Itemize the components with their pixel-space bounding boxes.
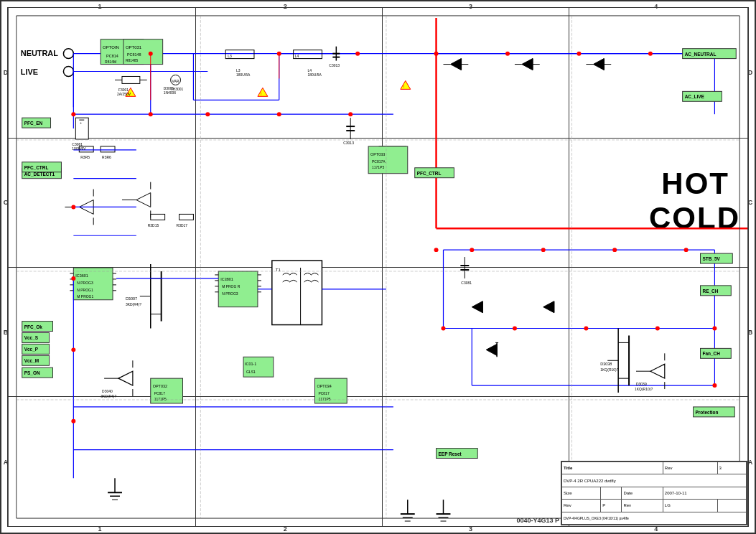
node-15 <box>442 327 446 331</box>
fuse-1 <box>122 76 140 83</box>
svg-point-125 <box>71 419 75 423</box>
svg-point-120 <box>277 112 281 116</box>
svg-text:D3038: D3038 <box>600 362 612 366</box>
svg-text:OPT034: OPT034 <box>317 384 331 388</box>
svg-text:PC8148: PC8148 <box>127 52 141 57</box>
live-text: LIVE <box>21 67 38 76</box>
warning-2 <box>258 88 268 96</box>
svg-text:D3007: D3007 <box>126 296 137 301</box>
svg-text:OPT032: OPT032 <box>153 384 167 388</box>
svg-text:OPT033: OPT033 <box>370 152 385 156</box>
svg-point-124 <box>71 347 75 352</box>
svg-text:180U/5A: 180U/5A <box>308 73 322 77</box>
svg-text:1171P5: 1171P5 <box>318 398 330 401</box>
svg-text:M PROG1: M PROG1 <box>77 295 93 299</box>
zener-1 <box>486 344 497 355</box>
svg-text:PFC_CTRL: PFC_CTRL <box>24 165 49 170</box>
svg-text:Vcc_S: Vcc_S <box>24 335 39 340</box>
node-11 <box>470 248 474 252</box>
svg-text:R3D15: R3D15 <box>148 224 159 228</box>
svg-text:1KQ(R10)?: 1KQ(R10)? <box>600 368 618 372</box>
svg-text:OPT031: OPT031 <box>126 45 142 50</box>
svg-point-127 <box>712 383 717 388</box>
svg-text:N PROG1: N PROG1 <box>77 289 93 292</box>
node-18 <box>655 327 660 331</box>
node-13 <box>612 248 617 252</box>
tb-rev-label: Rev <box>663 462 717 474</box>
svg-point-122 <box>71 205 75 209</box>
svg-text:Protection: Protection <box>696 410 719 415</box>
svg-text:L3: L3 <box>236 69 241 72</box>
svg-text:1KQ(R10)?: 1KQ(R10)? <box>635 388 653 391</box>
res-2 <box>101 146 115 152</box>
svg-point-119 <box>205 112 210 116</box>
node-14 <box>684 248 689 252</box>
svg-text:PC817: PC817 <box>154 392 165 395</box>
svg-text:IC3801: IC3801 <box>220 277 233 281</box>
tb-title-val: DVP-4 2R CPUA222 dvdfly <box>562 474 747 487</box>
svg-text:AC_LIVE: AC_LIVE <box>685 94 705 99</box>
svg-text:R3R5: R3R5 <box>80 156 90 159</box>
svg-text:IC01-1: IC01-1 <box>245 362 256 366</box>
node-4 <box>434 52 439 56</box>
diode-1 <box>450 59 461 70</box>
svg-text:Vcc_P: Vcc_P <box>24 347 39 352</box>
svg-point-126 <box>712 327 717 331</box>
svg-text:RE_CH: RE_CH <box>703 289 719 294</box>
node-10 <box>434 248 439 252</box>
schematic-container: 1 2 3 4 1 2 3 4 D C B A D C B A HOT COLD… <box>0 0 756 534</box>
neutral-circle <box>63 49 73 59</box>
svg-point-123 <box>71 276 75 281</box>
svg-text:N PROG3: N PROG3 <box>222 292 238 296</box>
node-3 <box>355 52 360 56</box>
svg-text:R3R6: R3R6 <box>102 156 111 159</box>
svg-text:180U/5A: 180U/5A <box>236 73 251 77</box>
svg-text:3KD(R4)?: 3KD(R4)? <box>126 303 141 306</box>
node-7 <box>648 52 653 56</box>
tb-rev-val: 3 <box>717 462 746 474</box>
svg-text:L4: L4 <box>295 55 299 58</box>
svg-text:R3D17: R3D17 <box>177 224 188 228</box>
node-9 <box>149 112 153 116</box>
svg-text:F3001: F3001 <box>118 88 129 92</box>
node-16 <box>513 327 517 331</box>
title-block: Title Rev 3 DVP-4 2R CPUA222 dvdfly Size… <box>561 461 747 525</box>
svg-text:1171P5: 1171P5 <box>154 398 167 401</box>
svg-text:D3039: D3039 <box>636 383 647 386</box>
trans-low-1 <box>118 371 133 385</box>
svg-text:PC814: PC814 <box>106 54 118 58</box>
svg-text:2A/250V: 2A/250V <box>117 93 131 96</box>
svg-text:3KD(R4)?: 3KD(R4)? <box>101 395 116 398</box>
svg-text:L4: L4 <box>308 69 312 72</box>
svg-text:PC817: PC817 <box>318 392 329 395</box>
svg-text:R814M: R814M <box>105 60 116 64</box>
svg-text:+: + <box>80 121 82 125</box>
node-6 <box>577 52 581 56</box>
svg-text:C3081: C3081 <box>461 281 472 285</box>
trans-low-2 <box>650 364 665 378</box>
svg-text:PFC_EN: PFC_EN <box>24 121 43 126</box>
svg-text:100U/6V: 100U/6V <box>72 147 86 151</box>
diode-2 <box>522 59 533 70</box>
svg-text:GLS1: GLS1 <box>246 370 256 374</box>
svg-text:D3001: D3001 <box>164 87 174 90</box>
svg-text:PC817A: PC817A <box>372 160 386 164</box>
node-5 <box>505 52 510 56</box>
svg-point-121 <box>348 112 353 116</box>
diode-5 <box>543 301 554 313</box>
neutral-text: NEUTRAL <box>21 49 59 57</box>
res-3 <box>151 214 165 220</box>
svg-text:Fan_CH: Fan_CH <box>703 351 721 356</box>
node-17 <box>584 327 588 331</box>
svg-text:1171P5: 1171P5 <box>372 166 384 169</box>
diode-4 <box>472 301 482 313</box>
res-4 <box>179 214 194 220</box>
diode-3 <box>593 59 604 70</box>
tb-file: DVP-4/4GPLUS_OXE3 (04/10/11) ps4lfe <box>562 512 747 524</box>
svg-text:PFC_CTRL: PFC_CTRL <box>417 171 442 176</box>
svg-text:N PROG3: N PROG3 <box>77 281 93 285</box>
svg-text:D3040: D3040 <box>102 390 113 393</box>
svg-text:L3: L3 <box>228 55 232 58</box>
svg-text:AC_NEUTRAL: AC_NEUTRAL <box>685 52 717 57</box>
tb-date: 2007-10-11 <box>663 487 746 499</box>
